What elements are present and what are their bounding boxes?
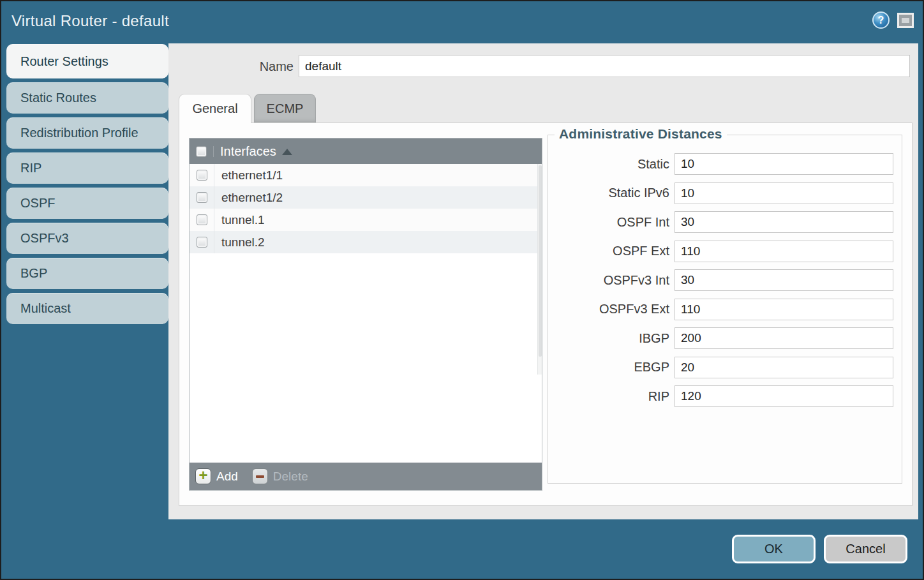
title-bar-icons: ? <box>872 11 914 29</box>
delete-button[interactable]: Delete <box>252 468 308 484</box>
interface-name: ethernet1/2 <box>214 186 542 209</box>
row-checkbox-cell <box>190 192 214 203</box>
delete-minus-icon <box>252 468 268 484</box>
static-ipv6-label: Static IPv6 <box>548 186 669 200</box>
administrative-distances-fieldset: Administrative Distances Static Static I… <box>548 135 902 484</box>
interfaces-rows: ethernet1/1 ethernet1/2 tunnel.1 tunnel.… <box>190 164 542 253</box>
row-checkbox-cell <box>190 170 214 181</box>
ebgp-input[interactable] <box>674 357 893 378</box>
interfaces-table-footer: + Add Delete <box>190 463 542 490</box>
window-restore-icon-inner <box>902 18 909 23</box>
tab-general[interactable]: General <box>179 94 251 123</box>
table-row[interactable]: tunnel.1 <box>190 209 542 231</box>
table-row[interactable]: tunnel.2 <box>190 231 542 253</box>
delete-button-label: Delete <box>273 470 308 484</box>
static-input[interactable] <box>674 153 893 175</box>
sidebar-item-router-settings[interactable]: Router Settings <box>6 44 168 78</box>
virtual-router-dialog: Virtual Router - default ? Router Settin… <box>0 0 924 580</box>
row-checkbox-cell <box>190 237 214 248</box>
ospfv3-int-input[interactable] <box>674 269 893 291</box>
interface-name: tunnel.2 <box>214 231 542 253</box>
table-row[interactable]: ethernet1/1 <box>190 164 542 186</box>
ospf-ext-label: OSPF Ext <box>548 244 669 258</box>
ebgp-label: EBGP <box>548 360 669 375</box>
select-all-checkbox[interactable] <box>196 146 207 157</box>
field-row-rip: RIP <box>548 385 902 407</box>
main-panel: Name General ECMP Interfaces <box>168 43 918 519</box>
ibgp-label: IBGP <box>548 331 669 346</box>
row-checkbox[interactable] <box>197 192 207 203</box>
field-row-static-ipv6: Static IPv6 <box>548 182 902 204</box>
ospf-ext-input[interactable] <box>674 241 893 262</box>
ospfv3-int-label: OSPFv3 Int <box>548 273 669 288</box>
scrollbar-thumb[interactable] <box>539 165 542 357</box>
field-row-static: Static <box>548 153 902 175</box>
ospfv3-ext-label: OSPFv3 Ext <box>548 302 669 316</box>
row-checkbox[interactable] <box>197 170 207 181</box>
static-ipv6-input[interactable] <box>674 182 893 204</box>
interface-name: tunnel.1 <box>214 209 542 231</box>
title-bar: Virtual Router - default ? <box>1 1 923 43</box>
row-checkbox-cell <box>190 214 214 225</box>
ospf-int-input[interactable] <box>674 211 893 233</box>
general-tab-content: Interfaces ethernet1/1 ethernet1/2 <box>179 123 913 506</box>
interfaces-column-header[interactable]: Interfaces <box>220 144 292 159</box>
dialog-title: Virtual Router - default <box>11 12 169 30</box>
minus-glyph <box>256 475 264 478</box>
table-row[interactable]: ethernet1/2 <box>190 186 542 209</box>
add-button-label: Add <box>216 470 238 484</box>
field-row-ospf-int: OSPF Int <box>548 211 902 233</box>
ospfv3-ext-input[interactable] <box>674 299 893 320</box>
header-checkbox-cell <box>190 146 214 157</box>
row-checkbox[interactable] <box>197 214 207 225</box>
name-label: Name <box>168 59 294 74</box>
sidebar-item-multicast[interactable]: Multicast <box>6 293 168 324</box>
static-label: Static <box>548 157 669 172</box>
name-input[interactable] <box>299 55 910 77</box>
help-icon[interactable]: ? <box>872 11 890 29</box>
sort-ascending-icon <box>282 149 292 155</box>
sidebar-item-static-routes[interactable]: Static Routes <box>6 82 168 114</box>
field-row-ibgp: IBGP <box>548 327 902 349</box>
sidebar: Router Settings Static Routes Redistribu… <box>6 44 168 328</box>
ok-button[interactable]: OK <box>732 535 816 563</box>
rip-label: RIP <box>548 389 669 404</box>
rip-input[interactable] <box>674 385 893 407</box>
add-plus-icon: + <box>195 468 211 484</box>
sidebar-item-rip[interactable]: RIP <box>6 152 168 184</box>
sidebar-item-redistribution-profile[interactable]: Redistribution Profile <box>6 117 168 149</box>
sidebar-item-ospf[interactable]: OSPF <box>6 188 168 219</box>
window-restore-icon[interactable] <box>897 13 914 28</box>
add-button[interactable]: + Add <box>195 468 238 484</box>
cancel-button[interactable]: Cancel <box>824 535 907 563</box>
field-row-ospfv3-int: OSPFv3 Int <box>548 269 902 291</box>
sidebar-item-bgp[interactable]: BGP <box>6 258 168 289</box>
interfaces-column-label: Interfaces <box>220 144 276 159</box>
plus-glyph: + <box>198 468 207 483</box>
field-row-ospfv3-ext: OSPFv3 Ext <box>548 299 902 320</box>
tab-ecmp[interactable]: ECMP <box>254 94 316 123</box>
ibgp-input[interactable] <box>674 327 893 349</box>
field-row-ospf-ext: OSPF Ext <box>548 241 902 262</box>
interfaces-table-header: Interfaces <box>190 138 542 164</box>
table-scrollbar[interactable] <box>537 164 542 375</box>
ospf-int-label: OSPF Int <box>548 215 669 230</box>
sidebar-item-ospfv3[interactable]: OSPFv3 <box>6 223 168 254</box>
field-row-ebgp: EBGP <box>548 357 902 378</box>
interface-name: ethernet1/1 <box>214 164 542 186</box>
administrative-distances-fields: Static Static IPv6 OSPF Int OSPF Ext <box>548 153 902 415</box>
row-checkbox[interactable] <box>197 237 207 248</box>
interfaces-table: Interfaces ethernet1/1 ethernet1/2 <box>189 138 542 491</box>
administrative-distances-title: Administrative Distances <box>555 126 727 142</box>
